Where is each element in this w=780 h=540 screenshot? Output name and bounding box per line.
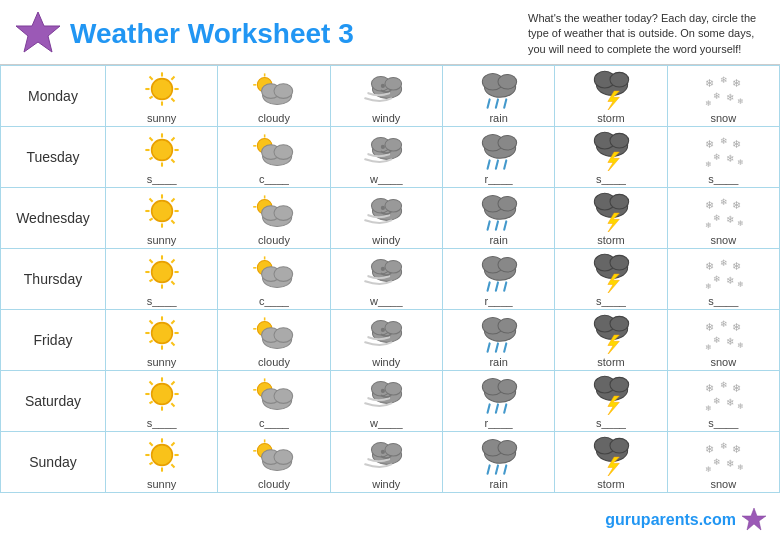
svg-line-63: [504, 160, 506, 168]
svg-line-192: [171, 403, 174, 406]
weather-icon-4: [585, 373, 637, 415]
svg-line-211: [504, 404, 506, 412]
svg-point-251: [610, 438, 629, 453]
weather-icon-3: [473, 434, 525, 476]
svg-text:❄: ❄: [713, 91, 721, 101]
weather-icon-4: [585, 68, 637, 110]
svg-point-131: [381, 267, 385, 271]
day-label-monday: Monday: [1, 66, 106, 127]
svg-line-6: [149, 77, 152, 80]
svg-point-38: [151, 140, 172, 161]
svg-line-24: [487, 99, 489, 107]
svg-line-61: [487, 160, 489, 168]
svg-point-177: [610, 316, 629, 331]
weather-label-5-4: s____: [596, 417, 626, 429]
svg-point-75: [151, 201, 172, 222]
header-star-icon: [12, 8, 64, 60]
weather-label-6-1: cloudy: [258, 478, 290, 490]
svg-text:❄: ❄: [706, 342, 713, 352]
weather-cell-saturday-2: w____: [330, 371, 442, 432]
svg-line-137: [504, 282, 506, 290]
svg-text:❄: ❄: [737, 401, 744, 411]
svg-text:❄: ❄: [720, 441, 728, 451]
svg-line-80: [149, 199, 152, 202]
weather-icon-1: [248, 373, 300, 415]
weather-label-5-1: c____: [259, 417, 289, 429]
svg-text:❄: ❄: [706, 77, 715, 89]
svg-line-155: [171, 342, 174, 345]
weather-icon-0: [136, 312, 188, 354]
weather-cell-saturday-1: c____: [218, 371, 330, 432]
svg-point-245: [498, 440, 517, 455]
weather-label-2-2: windy: [372, 234, 400, 246]
svg-text:❄: ❄: [726, 214, 734, 225]
svg-text:❄: ❄: [706, 443, 715, 455]
svg-text:❄: ❄: [733, 199, 742, 211]
svg-point-103: [610, 194, 629, 209]
svg-point-94: [381, 206, 385, 210]
svg-point-1: [151, 79, 172, 100]
table-row: Monday sunny cloudy: [1, 66, 780, 127]
svg-line-9: [149, 96, 152, 98]
weather-label-6-4: storm: [597, 478, 625, 490]
weather-cell-friday-4: storm: [555, 310, 667, 371]
weather-icon-1: [248, 312, 300, 354]
weather-label-1-2: w____: [370, 173, 402, 185]
weather-cell-monday-3: rain: [442, 66, 554, 127]
table-row: Wednesday sunny cloudy: [1, 188, 780, 249]
svg-point-241: [385, 444, 402, 456]
svg-text:❄: ❄: [706, 382, 715, 394]
weather-label-4-0: sunny: [147, 356, 176, 368]
weather-icon-4: [585, 129, 637, 171]
svg-line-247: [496, 465, 498, 473]
weather-label-5-5: s____: [708, 417, 738, 429]
weather-icon-2: [360, 373, 412, 415]
svg-point-97: [498, 196, 517, 211]
svg-text:❄: ❄: [706, 159, 713, 169]
day-label-thursday: Thursday: [1, 249, 106, 310]
svg-point-60: [498, 135, 517, 150]
svg-text:❄: ❄: [713, 457, 721, 467]
svg-line-8: [171, 77, 174, 80]
weather-icon-3: [473, 312, 525, 354]
svg-text:❄: ❄: [720, 136, 728, 146]
svg-point-168: [381, 328, 385, 332]
page-title: Weather Worksheet 3: [70, 18, 528, 50]
svg-text:❄: ❄: [706, 98, 713, 108]
svg-point-167: [385, 322, 402, 334]
weather-icon-2: [360, 190, 412, 232]
svg-point-242: [381, 450, 385, 454]
svg-line-118: [171, 281, 174, 284]
svg-text:❄: ❄: [737, 462, 744, 472]
footer: guruparents.com: [605, 506, 768, 534]
svg-text:❄: ❄: [737, 157, 744, 167]
day-label-wednesday: Wednesday: [1, 188, 106, 249]
weather-cell-thursday-1: c____: [218, 249, 330, 310]
weather-icon-1: [248, 68, 300, 110]
weather-cell-friday-0: sunny: [105, 310, 217, 371]
svg-line-62: [496, 160, 498, 168]
weather-icon-4: [585, 312, 637, 354]
svg-text:❄: ❄: [720, 258, 728, 268]
svg-line-154: [149, 321, 152, 324]
svg-point-56: [385, 139, 402, 151]
weather-label-4-4: storm: [597, 356, 625, 368]
weather-label-5-2: w____: [370, 417, 402, 429]
svg-line-46: [149, 157, 152, 159]
svg-point-164: [274, 328, 293, 343]
svg-text:❄: ❄: [720, 319, 728, 329]
table-row: Saturday s____ c____: [1, 371, 780, 432]
weather-icon-3: [473, 68, 525, 110]
weather-cell-friday-2: windy: [330, 310, 442, 371]
svg-point-112: [151, 262, 172, 283]
weather-label-1-0: s____: [147, 173, 177, 185]
svg-marker-0: [16, 12, 60, 52]
page-instructions: What's the weather today? Each day, circ…: [528, 11, 768, 57]
weather-icon-1: [248, 129, 300, 171]
day-label-tuesday: Tuesday: [1, 127, 106, 188]
weather-label-0-1: cloudy: [258, 112, 290, 124]
weather-cell-wednesday-2: windy: [330, 188, 442, 249]
weather-label-2-3: rain: [489, 234, 507, 246]
weather-label-2-4: storm: [597, 234, 625, 246]
weather-cell-monday-5: ❄ ❄ ❄ ❄ ❄ ❄ ❄ snow: [667, 66, 779, 127]
